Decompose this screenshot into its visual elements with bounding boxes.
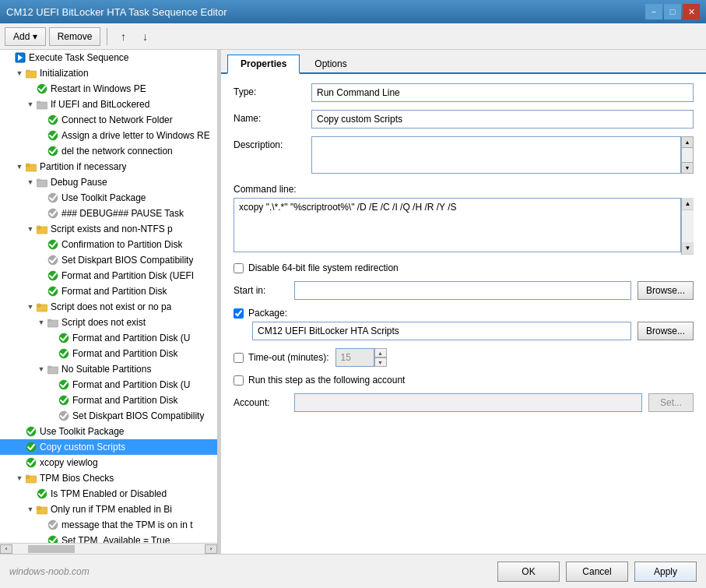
timeout-spinner-down[interactable]: ▼ — [374, 357, 387, 367]
tree-item-set-tpm-avail[interactable]: Set TPM_Available = True — [0, 533, 217, 543]
tree-item-script-exists[interactable]: ▼Script exists and non-NTFS p — [0, 221, 217, 237]
tree-scroll[interactable]: Execute Task Sequence▼InitializationRest… — [0, 50, 217, 543]
tree-item-format-p3[interactable]: Format and Partition Disk — [0, 393, 217, 408]
tree-item-root[interactable]: Execute Task Sequence — [0, 50, 217, 65]
maximize-button[interactable]: □ — [664, 4, 681, 19]
desc-scroll-up[interactable]: ▲ — [682, 137, 693, 148]
apply-button[interactable]: Apply — [634, 562, 697, 582]
tree-expand-use-toolkit — [36, 192, 47, 203]
tree-item-restart[interactable]: Restart in Windows PE — [0, 81, 217, 97]
tree-item-del-net[interactable]: del the network connection — [0, 143, 217, 159]
tree-expand-is-tpm — [25, 488, 36, 499]
tree-item-script-not-exist2[interactable]: ▼Script does not exist — [0, 315, 217, 330]
minimize-button[interactable]: − — [645, 4, 662, 19]
tree-hscroll: ‹ › — [0, 543, 217, 554]
tree-item-if-uefi[interactable]: ▼If UEFI and BitLockered — [0, 97, 217, 112]
description-scrollbar: ▲ ▼ — [681, 136, 694, 174]
tree-expand-set-tpm-avail — [36, 535, 47, 543]
tree-label-if-uefi: If UEFI and BitLockered — [51, 99, 149, 110]
tree-item-partition[interactable]: ▼Partition if necessary — [0, 159, 217, 174]
tree-item-no-suitable[interactable]: ▼No Suitable Partitions — [0, 361, 217, 377]
set-button: Set... — [648, 393, 694, 412]
svg-rect-14 — [37, 179, 40, 181]
tree-label-debug-pause: Debug Pause — [51, 177, 107, 188]
tree-expand-script-exists: ▼ — [25, 224, 36, 234]
tab-properties[interactable]: Properties — [227, 55, 300, 74]
tree-item-format-part[interactable]: Format and Partition Disk — [0, 283, 217, 299]
tree-item-is-tpm[interactable]: Is TPM Enabled or Disabled — [0, 486, 217, 502]
timeout-checkbox[interactable] — [234, 353, 244, 363]
close-button[interactable]: ✕ — [683, 4, 700, 19]
window-controls: − □ ✕ — [645, 4, 700, 19]
command-scrollbar: ▲ ▼ — [681, 198, 694, 255]
package-field[interactable] — [252, 322, 631, 340]
tree-icon-format-uefi — [47, 269, 59, 282]
cancel-button[interactable]: Cancel — [566, 562, 628, 582]
cmd-scroll-up[interactable]: ▲ — [682, 198, 694, 210]
hscroll-left[interactable]: ‹ — [0, 544, 12, 554]
browse-start-in-button[interactable]: Browse... — [638, 281, 694, 300]
tree-label-root: Execute Task Sequence — [29, 52, 129, 63]
tree-item-debug-pause[interactable]: ▼Debug Pause — [0, 174, 217, 190]
name-field[interactable] — [311, 110, 694, 129]
svg-rect-41 — [26, 475, 30, 477]
tree-label-format-u2: Format and Partition Disk (U — [72, 333, 190, 343]
tree-item-copy-scripts[interactable]: Copy custom Scripts — [0, 439, 217, 455]
tree-item-set-diskpart[interactable]: Set Diskpart BIOS Compatibility — [0, 408, 217, 424]
run-as-label[interactable]: Run this step as the following account — [248, 375, 405, 386]
tree-item-format-u3[interactable]: Format and Partition Disk (U — [0, 377, 217, 393]
timeout-label[interactable]: Time-out (minutes): — [248, 352, 329, 363]
desc-scroll-track — [682, 148, 693, 162]
add-button[interactable]: Add ▾ — [5, 27, 46, 46]
type-field[interactable] — [311, 83, 694, 102]
tree-item-tpm-bios[interactable]: ▼TPM Bios Checks — [0, 470, 217, 486]
toolbar-icon-2[interactable]: ↓ — [135, 27, 154, 46]
tree-icon-format-part — [47, 285, 59, 298]
tree-label-no-suitable: No Suitable Partitions — [61, 364, 151, 375]
tree-item-format-p2[interactable]: Format and Partition Disk — [0, 346, 217, 361]
disable-redirect-label[interactable]: Disable 64-bit file system redirection — [248, 262, 399, 273]
package-checkbox-label[interactable]: Package: — [248, 308, 287, 319]
command-field[interactable] — [234, 198, 681, 252]
remove-button[interactable]: Remove — [49, 27, 101, 46]
tree-label-format-uefi: Format and Partition Disk (UEFI — [61, 270, 194, 281]
tree-icon-script-not-exist — [36, 301, 48, 313]
svg-rect-6 — [37, 101, 40, 103]
browse-package-button[interactable]: Browse... — [638, 322, 694, 340]
timeout-spinner-up[interactable]: ▲ — [374, 348, 387, 357]
package-checkbox[interactable] — [234, 308, 244, 319]
tab-options[interactable]: Options — [301, 55, 360, 72]
desc-scroll-down[interactable]: ▼ — [682, 162, 693, 173]
tree-item-format-uefi[interactable]: Format and Partition Disk (UEFI — [0, 268, 217, 283]
tree-item-xcopy-viewlog[interactable]: xcopy viewlog — [0, 455, 217, 470]
tree-item-only-run-tpm[interactable]: ▼Only run if TPM enabled in Bi — [0, 502, 217, 517]
tree-item-set-bios[interactable]: Set Diskpart BIOS Compatibility — [0, 252, 217, 268]
tree-item-use-toolkit[interactable]: Use Toolkit Package — [0, 190, 217, 206]
tree-item-connect-net[interactable]: Connect to Network Folder — [0, 112, 217, 128]
start-in-field[interactable] — [294, 281, 631, 300]
tree-expand-set-diskpart — [47, 410, 58, 421]
tree-label-msg-tpm-on: message that the TPM is on in t — [61, 519, 193, 530]
tree-item-script-not-exist[interactable]: ▼Script does not exist or no pa — [0, 299, 217, 315]
tree-item-confirm-part[interactable]: Confirmation to Partition Disk — [0, 237, 217, 252]
tree-item-format-u2[interactable]: Format and Partition Disk (U — [0, 330, 217, 346]
run-as-checkbox[interactable] — [234, 375, 244, 386]
tree-item-msg-tpm-on[interactable]: message that the TPM is on in t — [0, 517, 217, 533]
ok-button[interactable]: OK — [497, 562, 560, 582]
tree-item-init[interactable]: ▼Initialization — [0, 65, 217, 81]
cmd-scroll-down[interactable]: ▼ — [682, 242, 694, 255]
tree-icon-debug-hash — [47, 207, 59, 220]
toolbar-icon-1[interactable]: ↑ — [114, 27, 132, 46]
tree-item-debug-hash[interactable]: ### DEBUG### PAUSE Task — [0, 206, 217, 221]
tree-item-use-toolkit2[interactable]: Use Toolkit Package — [0, 424, 217, 439]
tree-expand-init: ▼ — [14, 68, 25, 79]
tree-expand-root — [3, 52, 14, 63]
timeout-field — [335, 348, 374, 367]
toolbar-separator — [107, 28, 107, 45]
tree-icon-if-uefi — [36, 98, 48, 111]
description-field[interactable] — [311, 136, 681, 174]
disable-redirect-checkbox[interactable] — [234, 263, 244, 273]
tree-label-script-not-exist: Script does not exist or no pa — [51, 301, 171, 312]
hscroll-right[interactable]: › — [205, 544, 217, 554]
tree-item-assign-drive[interactable]: Assign a drive letter to Windows RE — [0, 128, 217, 143]
